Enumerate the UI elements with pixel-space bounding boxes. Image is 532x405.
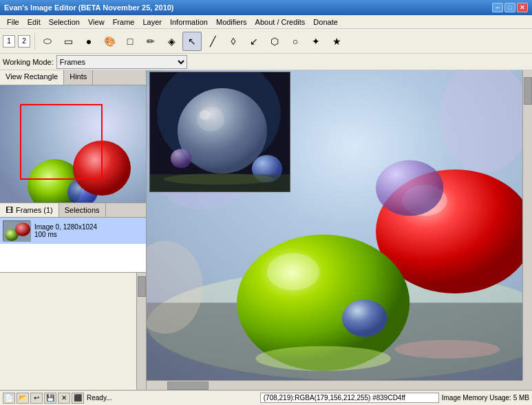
menu-item-file[interactable]: File [3,17,23,28]
status-coordinates: (708,219):RGBA(179,156,212,255) #839CD4f… [260,393,439,403]
menu-item-donate[interactable]: Donate [309,17,341,28]
circle-tool-button[interactable]: ○ [286,32,305,51]
thumbnail-overlay [149,72,290,192]
maximize-button[interactable]: □ [504,3,515,12]
svg-point-30 [164,174,274,185]
canvas-vscrollbar[interactable] [522,70,532,380]
scroll-corner [522,380,532,390]
frame-number-1: 1 [3,35,15,48]
frame-name: Image 0, 1280x1024 [34,223,97,231]
image-canvas[interactable] [147,70,522,380]
svg-point-20 [255,346,391,371]
close-button[interactable]: ✕ [517,3,528,12]
tab-hints[interactable]: Hints [64,70,93,85]
window-controls: − □ ✕ [492,3,528,12]
status-ready-text: Ready... [87,394,257,402]
statusbar: 📄 📂 ↩ 💾 ✕ ⬛ Ready... (708,219):RGBA(179,… [0,390,532,405]
preview-area [0,85,146,202]
frame-thumbnail [3,220,30,241]
working-mode-bar: Working Mode: Frames Layers Selections [0,54,532,70]
thumb-svg [150,72,290,191]
menu-item-view[interactable]: View [84,17,109,28]
canvas-hscrollbar[interactable] [147,380,522,390]
menubar: FileEditSelectionViewFrameLayerInformati… [0,15,532,29]
svg-point-28 [171,149,191,168]
working-mode-label: Working Mode: [3,58,54,66]
svg-point-7 [15,222,30,236]
line-tool-button[interactable]: ╱ [203,32,222,51]
menu-item-frame[interactable]: Frame [109,17,139,28]
menu-item-edit[interactable]: Edit [23,17,45,28]
delete-icon[interactable]: ✕ [58,393,70,404]
frame-number-2: 2 [18,35,30,48]
menu-item-about[interactable]: About / Credits [251,17,310,28]
frames-selections-tabs: 🎞 Frames (1) Selections [0,202,146,218]
cursor-tool-button[interactable]: ↖ [182,32,202,51]
canvas-area[interactable] [147,70,532,390]
left-panel-scroll [0,273,146,390]
menu-item-information[interactable]: Information [166,17,212,28]
sphere-tool-button[interactable]: ● [79,32,98,51]
frame-thumb-svg [3,221,31,242]
star-tool-button[interactable]: ★ [327,32,346,51]
preview-svg [0,85,146,202]
color-icon[interactable]: ⬛ [72,393,84,404]
preview-image [0,85,146,202]
frame-info: Image 0, 1280x1024 100 ms [34,223,97,238]
tab-view-rectangle[interactable]: View Rectangle [0,70,64,85]
menu-item-selection[interactable]: Selection [45,17,84,28]
open-file-icon[interactable]: 📂 [17,393,29,404]
preview-tabs: View Rectangle Hints [0,70,146,85]
ellipse-select-tool-button[interactable]: ⬭ [38,32,57,51]
svg-point-21 [394,340,500,359]
toolbar-separator-1 [34,33,35,50]
minimize-button[interactable]: − [492,3,503,12]
svg-point-14 [267,253,319,291]
frame-duration: 100 ms [34,231,97,238]
canvas-vscrollbar-thumb[interactable] [524,77,532,105]
text-tool-button[interactable]: ✦ [306,32,326,51]
canvas-hscrollbar-thumb[interactable] [167,382,209,390]
main-area: View Rectangle Hints [0,70,532,390]
paint-tool-button[interactable]: 🎨 [100,32,119,51]
left-panel: View Rectangle Hints [0,70,147,390]
menu-item-modifiers[interactable]: Modifiers [212,17,251,28]
status-memory: Image Memory Usage: 5 MB [442,394,529,402]
statusbar-icons: 📄 📂 ↩ 💾 ✕ ⬛ [3,393,84,404]
frames-list: Image 0, 1280x1024 100 ms [0,218,146,273]
fill-tool-button[interactable]: ◈ [162,32,181,51]
undo-icon[interactable]: ↩ [30,393,43,404]
frame-item[interactable]: Image 0, 1280x1024 100 ms [0,218,146,244]
dotted-select-tool-button[interactable]: ⬡ [265,32,284,51]
svg-point-26 [200,110,211,120]
eraser-tool-button[interactable]: ◊ [224,32,243,51]
menu-item-layer[interactable]: Layer [138,17,166,28]
rect-select-tool-button[interactable]: ▭ [58,32,78,51]
working-mode-select[interactable]: Frames Layers Selections [56,55,187,69]
tab-frames[interactable]: 🎞 Frames (1) [0,203,59,217]
title-text: Evan's Image Editor (BETA November 25, 2… [4,3,174,12]
toolbar: 1 2 ⬭▭●🎨□✏◈↖╱◊↙⬡○✦★ [0,29,532,54]
frames-icon: 🎞 [6,206,13,214]
titlebar: Evan's Image Editor (BETA November 25, 2… [0,0,532,15]
save-icon[interactable]: 💾 [44,393,56,404]
svg-point-15 [376,160,443,216]
svg-point-16 [342,300,387,337]
left-vscrollbar[interactable] [136,273,146,390]
left-vscrollbar-thumb[interactable] [138,276,146,297]
arrow-tool-button[interactable]: ↙ [244,32,264,51]
rect-tool-button[interactable]: □ [120,32,140,51]
tab-selections[interactable]: Selections [59,203,106,217]
new-file-icon[interactable]: 📄 [3,393,15,404]
svg-point-25 [197,107,224,132]
brush-tool-button[interactable]: ✏ [141,32,160,51]
